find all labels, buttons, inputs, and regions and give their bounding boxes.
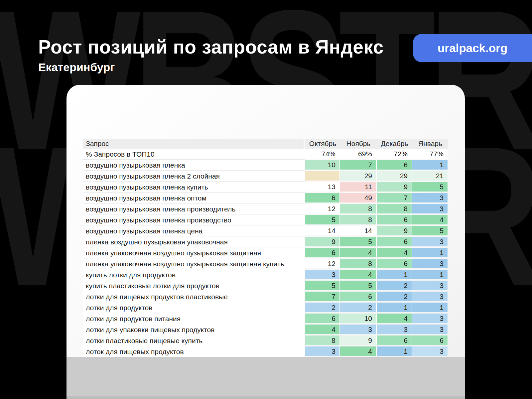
table-row: лотки для продуктов 2 2 1 1 [83, 302, 448, 313]
table-row: воздушно пузырьковая пленка цена 14 14 9… [83, 225, 448, 236]
site-badge-label: uralpack.org [438, 42, 507, 55]
value-cell: 3 [377, 325, 412, 334]
table-row: купить лотки для продуктов 3 4 1 1 [83, 269, 448, 280]
query-cell: воздушно пузырьковая пленка цена [83, 225, 305, 236]
value-cell: 77% [412, 149, 448, 159]
value-cell: 5 [305, 281, 340, 290]
value-cell: 11 [340, 182, 377, 192]
value-cell: 6 [377, 160, 412, 170]
value-cell: 29 [340, 171, 377, 181]
column-header-november: Ноябрь [340, 139, 377, 149]
column-header-october: Октябрь [305, 139, 340, 149]
value-cell: 3 [412, 325, 448, 334]
value-cell: 5 [305, 215, 340, 224]
table-row: лотки для продуктов питания 6 10 4 3 [83, 313, 448, 324]
value-cell: 3 [412, 281, 448, 290]
value-cell: 5 [412, 226, 448, 235]
value-cell: 8 [340, 215, 377, 224]
value-cell: 5 [340, 281, 377, 290]
table-row: пленка упаковочная воздушно пузырьковая … [83, 258, 448, 269]
value-cell: 3 [305, 346, 340, 356]
table-body: % Запросов в ТОП10 74% 69% 72% 77% возду… [83, 149, 448, 357]
query-cell: лотки для пищевых продуктов пластиковые [83, 291, 305, 302]
value-cell: 3 [340, 325, 377, 334]
value-cell: 2 [377, 281, 412, 290]
value-cell: 4 [377, 248, 412, 257]
value-cell: 2 [340, 303, 377, 312]
value-cell: 14 [340, 226, 377, 235]
value-cell: 9 [305, 237, 340, 246]
value-cell: 3 [305, 270, 340, 279]
table-row: % Запросов в ТОП10 74% 69% 72% 77% [83, 149, 448, 160]
query-cell: лотки для упаковки пищевых продуктов [83, 324, 305, 335]
value-cell: 6 [377, 335, 412, 345]
table-row: воздушно пузырьковая пленка 10 7 6 1 [83, 160, 448, 171]
table-row: лотки для упаковки пищевых продуктов 4 3… [83, 324, 448, 335]
query-cell: воздушно пузырьковая пленка 2 слойная [83, 171, 305, 182]
value-cell: 3 [412, 292, 448, 301]
value-cell: 6 [377, 259, 412, 268]
table-row: лоток для пищевых продуктов 3 4 1 3 [83, 346, 448, 357]
table-row: воздушно пузырьковая пленка купить 13 11… [83, 182, 448, 193]
query-cell: воздушно пузырьковая пленка купить [83, 182, 305, 193]
value-cell: 6 [305, 248, 340, 257]
site-badge[interactable]: uralpack.org [413, 34, 532, 62]
value-cell: 1 [412, 160, 448, 170]
value-cell: 6 [412, 335, 448, 345]
value-cell: 13 [305, 182, 340, 192]
value-cell: 1 [412, 270, 448, 279]
content-card: Запрос Октябрь Ноябрь Декабрь Январь % З… [66, 85, 465, 399]
value-cell: 3 [412, 237, 448, 246]
value-cell: 3 [412, 314, 448, 323]
value-cell: 5 [412, 182, 448, 192]
table-row: воздушно пузырьковая пленка 2 слойная 29… [83, 171, 448, 182]
value-cell: 3 [412, 193, 448, 202]
query-cell: лоток для пищевых продуктов [83, 346, 305, 357]
value-cell: 2 [377, 292, 412, 301]
query-cell: пленка воздушно пузырьковая упаковочная [83, 236, 305, 247]
value-cell: 29 [377, 171, 412, 181]
value-cell: 4 [340, 270, 377, 279]
value-cell: 12 [305, 259, 340, 268]
value-cell: 49 [340, 193, 377, 202]
value-cell [305, 171, 340, 181]
value-cell: 8 [377, 204, 412, 213]
table-row: воздушно пузырьковая пленка производство… [83, 214, 448, 225]
gray-footer-area [66, 357, 465, 399]
value-cell: 9 [340, 335, 377, 345]
value-cell: 8 [340, 259, 377, 268]
value-cell: 4 [340, 346, 377, 356]
value-cell: 1 [412, 248, 448, 257]
value-cell: 4 [340, 248, 377, 257]
value-cell: 4 [377, 314, 412, 323]
value-cell: 6 [305, 193, 340, 202]
table-row: воздушно пузырьковая пленка оптом 6 49 7… [83, 193, 448, 203]
value-cell: 6 [340, 292, 377, 301]
value-cell: 6 [377, 215, 412, 224]
column-header-december: Декабрь [377, 139, 412, 149]
value-cell: 1 [412, 303, 448, 312]
value-cell: 9 [377, 182, 412, 192]
value-cell: 1 [377, 346, 412, 356]
query-cell: пленка упаковочная воздушно пузырьковая … [83, 258, 305, 269]
value-cell: 12 [305, 204, 340, 213]
column-header-query: Запрос [83, 139, 305, 149]
value-cell: 5 [340, 237, 377, 246]
value-cell: 7 [377, 193, 412, 202]
query-cell: купить лотки для продуктов [83, 269, 305, 280]
query-cell: воздушно пузырьковая пленка оптом [83, 193, 305, 203]
column-header-january: Январь [412, 139, 448, 149]
value-cell: 2 [305, 303, 340, 312]
value-cell: 4 [305, 325, 340, 334]
table-row: лотки пластиковые пищевые купить 8 9 6 6 [83, 335, 448, 346]
query-cell: % Запросов в ТОП10 [83, 149, 305, 160]
gray-footer-edge [66, 396, 465, 399]
value-cell: 4 [412, 215, 448, 224]
value-cell: 3 [412, 259, 448, 268]
value-cell: 21 [412, 171, 448, 181]
table-row: пленка упаковочная воздушно пузырьковая … [83, 247, 448, 258]
value-cell: 14 [305, 226, 340, 235]
page-title: Рост позиций по запросам в Яндекс [38, 36, 384, 58]
table-row: воздушно пузырьковая пленка производител… [83, 203, 448, 214]
query-cell: лотки для продуктов [83, 302, 305, 313]
